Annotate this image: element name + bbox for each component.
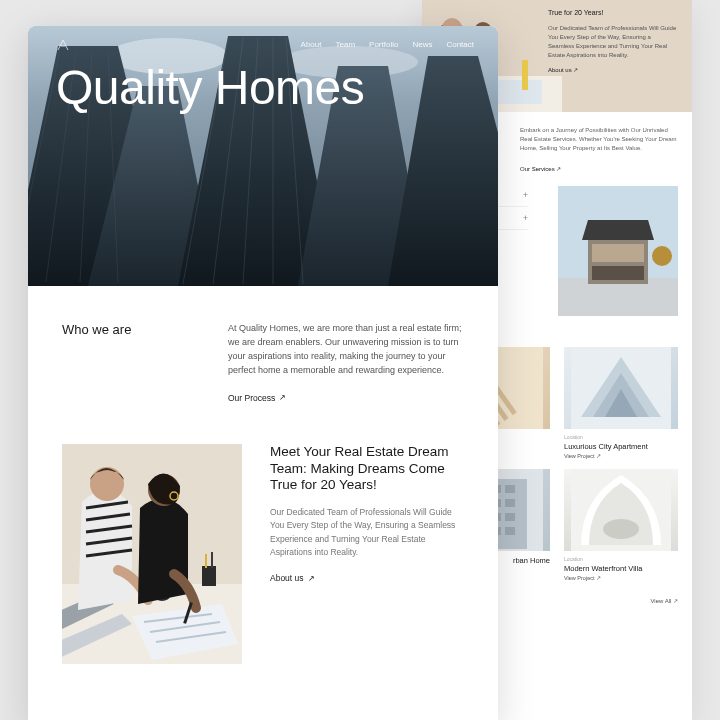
svg-rect-5	[522, 60, 528, 90]
back-about-link[interactable]: About us	[548, 66, 578, 75]
project-category: Location	[564, 556, 678, 562]
logo-icon[interactable]	[56, 38, 70, 52]
about-us-link[interactable]: About us	[270, 573, 315, 583]
house-image	[558, 186, 678, 316]
plus-icon: +	[523, 190, 528, 200]
nav-portfolio[interactable]: Portfolio	[369, 40, 398, 49]
svg-rect-11	[592, 266, 644, 280]
svg-rect-4	[492, 80, 542, 104]
nav-team[interactable]: Team	[335, 40, 355, 49]
team-image	[62, 444, 242, 664]
who-body: At Quality Homes, we are more than just …	[228, 322, 464, 378]
project-image	[564, 347, 678, 429]
project-category: Location	[564, 434, 678, 440]
hero-title: Quality Homes	[56, 60, 364, 115]
our-process-link[interactable]: Our Process	[228, 392, 286, 405]
svg-marker-8	[582, 220, 654, 240]
svg-rect-10	[592, 244, 644, 262]
project-title: Luxurious City Apartment	[564, 442, 678, 451]
team-heading: Meet Your Real Estate Dream Team: Making…	[270, 444, 464, 495]
svg-rect-41	[505, 527, 515, 535]
svg-rect-70	[202, 566, 216, 586]
preview-page-front: About Team Portfolio News Contact Qualit…	[28, 26, 498, 720]
svg-rect-37	[505, 513, 515, 521]
hero-section: About Team Portfolio News Contact Qualit…	[28, 26, 498, 286]
nav-news[interactable]: News	[412, 40, 432, 49]
plus-icon: +	[523, 213, 528, 223]
back-team-heading-fragment: True for 20 Years!	[548, 8, 678, 19]
svg-point-78	[90, 467, 124, 501]
project-title: Modern Waterfront Villa	[564, 564, 678, 573]
nav-contact[interactable]: Contact	[446, 40, 474, 49]
view-project-link[interactable]: View Project	[564, 453, 678, 459]
svg-point-43	[603, 519, 639, 539]
back-services-body: Embark on a Journey of Possibilities wit…	[520, 126, 678, 153]
svg-point-12	[652, 246, 672, 266]
view-project-link[interactable]: View Project	[564, 575, 678, 581]
team-section: Meet Your Real Estate Dream Team: Making…	[28, 434, 498, 694]
who-we-are-section: Who we are At Quality Homes, we are more…	[28, 286, 498, 434]
project-image	[564, 469, 678, 551]
team-body: Our Dedicated Team of Professionals Will…	[270, 506, 464, 559]
back-services-link[interactable]: Our Services	[520, 165, 561, 172]
project-card[interactable]: Location Modern Waterfront Villa View Pr…	[564, 469, 678, 581]
svg-rect-29	[505, 485, 515, 493]
top-nav: About Team Portfolio News Contact	[301, 40, 474, 49]
back-team-body: Our Dedicated Team of Professionals Will…	[548, 24, 678, 60]
who-heading: Who we are	[62, 322, 192, 406]
nav-about[interactable]: About	[301, 40, 322, 49]
svg-rect-33	[505, 499, 515, 507]
project-card[interactable]: Location Luxurious City Apartment View P…	[564, 347, 678, 459]
